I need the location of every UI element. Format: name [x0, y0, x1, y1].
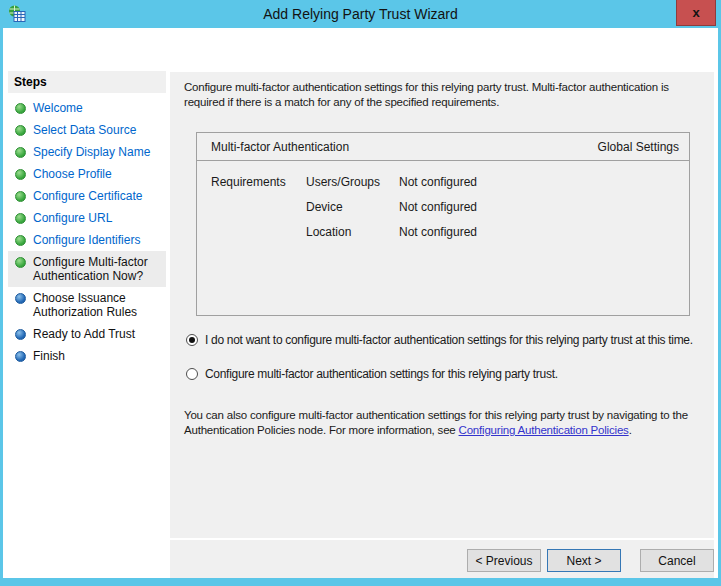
step-configure-mfa-now[interactable]: Configure Multi-factor Authentication No… — [8, 251, 166, 287]
configuring-authentication-policies-link[interactable]: Configuring Authentication Policies — [459, 424, 629, 436]
button-bar: < Previous Next > Cancel — [170, 540, 714, 578]
global-settings-label: Global Settings — [598, 140, 679, 154]
window-border-bottom — [0, 578, 721, 586]
requirements-label: Requirements — [211, 175, 286, 189]
footnote-after: . — [629, 424, 632, 436]
step-upcoming-icon — [15, 293, 26, 304]
window-border-left — [0, 28, 3, 586]
page-intro-text: Configure multi-factor authentication se… — [184, 80, 700, 110]
wizard-page: Configure multi-factor authentication se… — [170, 72, 714, 578]
cancel-button[interactable]: Cancel — [640, 549, 714, 572]
window-title: Add Relying Party Trust Wizard — [0, 0, 721, 28]
mfa-table-body: Requirements Users/Groups Not configured… — [197, 161, 689, 315]
step-configure-identifiers[interactable]: Configure Identifiers — [8, 229, 166, 251]
step-welcome[interactable]: Welcome — [8, 97, 166, 119]
step-choose-profile[interactable]: Choose Profile — [8, 163, 166, 185]
step-done-icon — [15, 147, 26, 158]
mfa-table-title: Multi-factor Authentication — [211, 140, 349, 154]
requirement-name: Device — [306, 200, 399, 225]
steps-list: Welcome Select Data Source Specify Displ… — [8, 97, 166, 367]
step-configure-certificate[interactable]: Configure Certificate — [8, 185, 166, 207]
step-configure-url[interactable]: Configure URL — [8, 207, 166, 229]
radio-skip-mfa[interactable]: I do not want to configure multi-factor … — [186, 334, 693, 347]
steps-header: Steps — [8, 71, 166, 93]
radio-unselected-icon[interactable] — [186, 368, 198, 380]
table-row: Device Not configured — [306, 200, 477, 225]
requirement-value: Not configured — [399, 200, 477, 225]
step-done-icon — [15, 235, 26, 246]
requirement-name: Users/Groups — [306, 175, 399, 200]
step-select-data-source[interactable]: Select Data Source — [8, 119, 166, 141]
previous-button[interactable]: < Previous — [467, 549, 541, 572]
page-content: Configure multi-factor authentication se… — [170, 72, 714, 538]
next-button[interactable]: Next > — [547, 549, 621, 572]
close-button[interactable]: x — [676, 0, 716, 26]
step-ready-to-add-trust[interactable]: Ready to Add Trust — [8, 323, 166, 345]
step-specify-display-name[interactable]: Specify Display Name — [8, 141, 166, 163]
requirement-name: Location — [306, 225, 399, 250]
requirement-value: Not configured — [399, 175, 477, 200]
requirements-rows: Users/Groups Not configured Device Not c… — [306, 175, 477, 250]
radio-configure-mfa-label[interactable]: Configure multi-factor authentication se… — [205, 368, 558, 381]
step-done-icon — [15, 213, 26, 224]
footnote-text: You can also configure multi-factor auth… — [184, 408, 704, 438]
step-current-icon — [15, 257, 26, 268]
mfa-table-header: Multi-factor Authentication Global Setti… — [197, 133, 689, 161]
mfa-settings-table: Multi-factor Authentication Global Setti… — [196, 132, 690, 316]
radio-skip-mfa-label[interactable]: I do not want to configure multi-factor … — [205, 334, 693, 347]
step-upcoming-icon — [15, 329, 26, 340]
step-done-icon — [15, 169, 26, 180]
requirement-value: Not configured — [399, 225, 477, 250]
radio-configure-mfa[interactable]: Configure multi-factor authentication se… — [186, 368, 558, 381]
table-row: Location Not configured — [306, 225, 477, 250]
steps-sidebar: Steps Welcome Select Data Source Specify… — [8, 71, 166, 367]
radio-selected-icon[interactable] — [186, 334, 198, 346]
table-row: Users/Groups Not configured — [306, 175, 477, 200]
step-done-icon — [15, 191, 26, 202]
step-finish[interactable]: Finish — [8, 345, 166, 367]
step-done-icon — [15, 103, 26, 114]
step-choose-issuance-authorization-rules[interactable]: Choose Issuance Authorization Rules — [8, 287, 166, 323]
wizard-window: Add Relying Party Trust Wizard x Steps W… — [0, 0, 721, 586]
step-done-icon — [15, 125, 26, 136]
step-upcoming-icon — [15, 351, 26, 362]
titlebar: Add Relying Party Trust Wizard x — [0, 0, 721, 28]
